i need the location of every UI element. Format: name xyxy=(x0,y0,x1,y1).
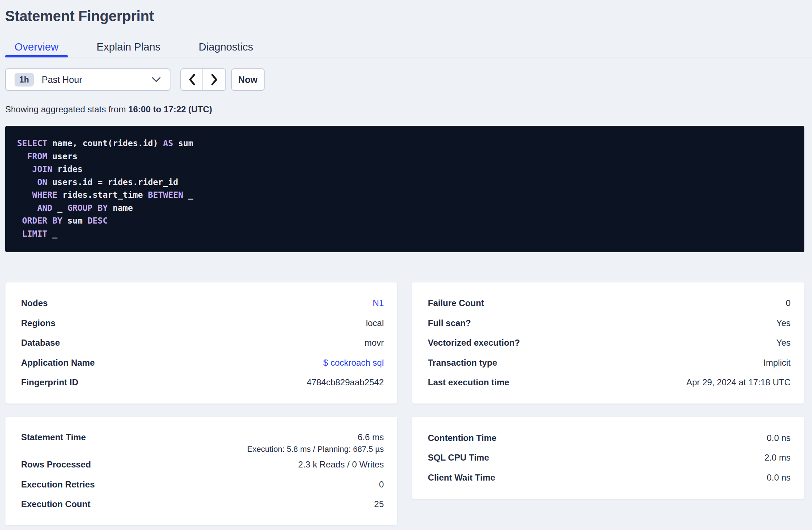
info-row: Application Name$ cockroach sql xyxy=(21,353,384,373)
aggregation-note-range: 16:00 to 17:22 (UTC) xyxy=(128,104,212,114)
info-row: Transaction typeImplicit xyxy=(428,353,791,373)
row-label: Client Wait Time xyxy=(428,468,495,488)
info-row: Contention Time0.0 ns xyxy=(428,428,791,448)
time-range-badge: 1h xyxy=(15,73,34,87)
row-value-wrap: Yes xyxy=(776,313,791,333)
row-label: SQL CPU Time xyxy=(428,448,489,468)
tab-explain-plans[interactable]: Explain Plans xyxy=(87,37,170,57)
tab-bar: OverviewExplain PlansDiagnostics xyxy=(5,37,812,57)
sql-code-line: JOIN rides xyxy=(17,163,793,176)
previous-interval-button[interactable] xyxy=(181,69,203,90)
sql-code-line: WHERE rides.start_time BETWEEN _ xyxy=(17,189,793,202)
row-value-wrap: 0.0 ns xyxy=(767,428,791,448)
row-value: 0.0 ns xyxy=(767,473,791,482)
tab-overview[interactable]: Overview xyxy=(5,37,68,57)
row-value: movr xyxy=(365,338,384,348)
row-value: 0 xyxy=(786,298,791,308)
row-value-wrap: 6.6 msExecution: 5.8 ms / Planning: 687.… xyxy=(247,427,384,455)
page-content: Statement Fingerprint OverviewExplain Pl… xyxy=(0,0,812,526)
row-value: Apr 29, 2024 at 17:18 UTC xyxy=(686,377,791,387)
row-label: Regions xyxy=(21,313,56,333)
row-value-wrap: 0.0 ns xyxy=(767,468,791,488)
info-row: Databasemovr xyxy=(21,333,384,353)
row-value-wrap: 0 xyxy=(379,475,384,495)
row-label: Transaction type xyxy=(428,353,497,373)
row-label: Statement Time xyxy=(21,427,86,455)
row-label: Execution Retries xyxy=(21,475,95,495)
row-value-wrap: Implicit xyxy=(763,353,791,373)
latency-stats-card: Contention Time0.0 nsSQL CPU Time2.0 msC… xyxy=(412,416,804,500)
tab-diagnostics[interactable]: Diagnostics xyxy=(189,37,263,57)
info-row: SQL CPU Time2.0 ms xyxy=(428,448,791,468)
info-row: Failure Count0 xyxy=(428,293,791,313)
next-interval-button[interactable] xyxy=(203,69,225,90)
row-value-wrap: 2.0 ms xyxy=(764,448,791,468)
sql-code-line: FROM users xyxy=(17,150,793,163)
row-label: Nodes xyxy=(21,293,48,313)
info-row: Fingerprint ID4784cb829aab2542 xyxy=(21,373,384,393)
sql-code-line: AND _ GROUP BY name xyxy=(17,202,793,215)
info-row: Rows Processed2.3 k Reads / 0 Writes xyxy=(21,455,384,475)
chevron-down-icon xyxy=(152,77,161,83)
aggregation-note: Showing aggregated stats from 16:00 to 1… xyxy=(5,105,804,114)
row-value: Yes xyxy=(776,338,791,348)
time-range-select[interactable]: 1h Past Hour xyxy=(5,68,170,91)
info-row: Execution Count25 xyxy=(21,494,384,514)
row-value: Yes xyxy=(776,318,791,328)
aggregation-note-prefix: Showing aggregated stats from xyxy=(5,104,128,114)
now-button[interactable]: Now xyxy=(231,68,265,91)
info-row: NodesN1 xyxy=(21,293,384,313)
row-value-wrap: 4784cb829aab2542 xyxy=(307,373,384,393)
row-value-wrap: N1 xyxy=(373,293,384,313)
row-value-wrap: 25 xyxy=(374,494,384,514)
row-label: Rows Processed xyxy=(21,455,91,475)
row-label: Last execution time xyxy=(428,373,509,393)
row-value: Implicit xyxy=(763,358,791,368)
row-value-wrap: Yes xyxy=(776,333,791,353)
row-value-wrap: 2.3 k Reads / 0 Writes xyxy=(298,455,384,475)
row-value: 4784cb829aab2542 xyxy=(307,377,384,387)
info-row: Statement Time6.6 msExecution: 5.8 ms / … xyxy=(21,427,384,455)
time-range-label: Past Hour xyxy=(42,75,82,85)
time-controls: 1h Past Hour Now xyxy=(5,68,804,91)
row-label: Failure Count xyxy=(428,293,484,313)
row-value: 0 xyxy=(379,479,384,489)
row-value-link[interactable]: $ cockroach sql xyxy=(323,358,384,368)
overview-card-left: NodesN1RegionslocalDatabasemovrApplicati… xyxy=(5,282,398,404)
row-label: Vectorized execution? xyxy=(428,333,520,353)
row-value: 6.6 ms xyxy=(358,432,384,442)
row-value-wrap: 0 xyxy=(786,293,791,313)
row-value: 0.0 ns xyxy=(767,433,791,443)
row-value-wrap: Apr 29, 2024 at 17:18 UTC xyxy=(686,373,791,393)
row-label: Contention Time xyxy=(428,428,497,448)
sql-statement-box: SELECT name, count(rides.id) AS sum FROM… xyxy=(5,126,804,252)
row-subvalue: Execution: 5.8 ms / Planning: 687.5 µs xyxy=(247,444,384,455)
info-row: Regionslocal xyxy=(21,313,384,333)
info-row: Client Wait Time0.0 ns xyxy=(428,468,791,488)
info-row: Execution Retries0 xyxy=(21,475,384,495)
row-label: Fingerprint ID xyxy=(21,373,78,393)
sql-code-line: SELECT name, count(rides.id) AS sum xyxy=(17,137,793,150)
row-label: Full scan? xyxy=(428,313,471,333)
overview-card-right: Failure Count0Full scan?YesVectorized ex… xyxy=(412,282,804,404)
row-label: Application Name xyxy=(21,353,95,373)
row-value-link[interactable]: N1 xyxy=(373,298,384,308)
chevron-left-icon xyxy=(188,74,196,85)
row-value: 2.0 ms xyxy=(764,453,791,462)
info-row: Full scan?Yes xyxy=(428,313,791,333)
row-value: local xyxy=(366,318,384,328)
sql-code-line: ORDER BY sum DESC xyxy=(17,214,793,228)
info-row: Last execution timeApr 29, 2024 at 17:18… xyxy=(428,373,791,393)
page-title: Statement Fingerprint xyxy=(5,8,804,24)
chevron-right-icon xyxy=(211,74,218,85)
row-label: Database xyxy=(21,333,60,353)
info-row: Vectorized execution?Yes xyxy=(428,333,791,353)
row-value: 2.3 k Reads / 0 Writes xyxy=(298,459,384,469)
info-cards: NodesN1RegionslocalDatabasemovrApplicati… xyxy=(5,282,804,526)
time-step-buttons xyxy=(180,68,226,91)
sql-code-line: LIMIT _ xyxy=(17,228,793,241)
execution-stats-card: Statement Time6.6 msExecution: 5.8 ms / … xyxy=(5,416,398,526)
row-value-wrap: $ cockroach sql xyxy=(323,353,384,373)
sql-code-line: ON users.id = rides.rider_id xyxy=(17,176,793,189)
row-label: Execution Count xyxy=(21,494,91,514)
